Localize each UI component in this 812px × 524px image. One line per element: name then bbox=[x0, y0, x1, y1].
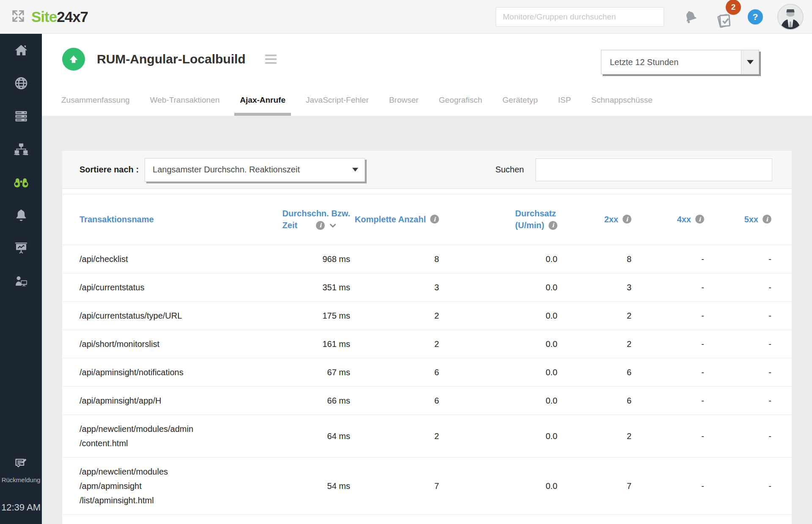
globe-icon bbox=[14, 76, 29, 93]
notification-badge: 2 bbox=[726, 0, 741, 15]
cell-4xx: - bbox=[631, 396, 704, 406]
table-search-label: Suchen bbox=[495, 165, 524, 175]
column-label: Durchschn. Bzw. bbox=[283, 209, 350, 218]
column-transaction-name[interactable]: Transaktionsname bbox=[80, 215, 278, 224]
cell-throughput: 0.0 bbox=[439, 481, 557, 491]
search-input[interactable] bbox=[496, 7, 664, 27]
cell-transaction-name[interactable]: /api/short/monitorslist bbox=[80, 337, 278, 351]
status-up-icon bbox=[62, 48, 85, 71]
top-bar: Site24x7 2 ? bbox=[0, 0, 812, 34]
sidebar-item-alarms[interactable] bbox=[0, 199, 42, 232]
table-row[interactable]: /api/apminsight/app/H 66 ms 6 0.0 6 - - bbox=[62, 387, 792, 415]
sidebar-item-servers[interactable] bbox=[0, 101, 42, 134]
bell-icon bbox=[14, 207, 29, 224]
user-monitor-icon bbox=[14, 273, 29, 290]
cell-5xx: - bbox=[704, 339, 771, 349]
avatar[interactable] bbox=[777, 4, 804, 30]
binoculars-icon bbox=[13, 174, 30, 192]
ajax-calls-panel: Sortiere nach : Langsamster Durchschn. R… bbox=[62, 151, 792, 524]
cell-avg-response-time: 54 ms bbox=[278, 481, 350, 491]
notifications-bell-icon[interactable] bbox=[683, 9, 699, 25]
presentation-chart-icon bbox=[14, 240, 29, 257]
table-row[interactable]: /app/newclient/modules/admin /content.ht… bbox=[62, 415, 792, 458]
column-5xx[interactable]: 5xx i bbox=[704, 215, 771, 224]
cell-throughput: 0.0 bbox=[439, 431, 557, 441]
tab-ajax-anrufe[interactable]: Ajax-Anrufe bbox=[239, 85, 286, 116]
tab-schnappsch-sse[interactable]: Schnappschüsse bbox=[590, 85, 653, 116]
table-row[interactable]: /api/checklist 968 ms 8 0.0 8 - - bbox=[62, 245, 792, 273]
tab-zusammenfassung[interactable]: Zusammenfassung bbox=[60, 85, 131, 116]
table-row[interactable]: /app/newclient/modules bbox=[62, 515, 792, 524]
tab-isp[interactable]: ISP bbox=[557, 85, 572, 116]
time-range-caret-button[interactable] bbox=[741, 50, 759, 74]
site24x7-logo[interactable]: Site24x7 bbox=[11, 8, 88, 25]
sidebar-item-home[interactable] bbox=[0, 35, 42, 68]
sidebar-item-network[interactable] bbox=[0, 134, 42, 166]
table-row[interactable]: /api/currentstatus 351 ms 3 0.0 3 - - bbox=[62, 273, 792, 302]
info-icon[interactable]: i bbox=[763, 215, 771, 224]
column-avg-response-time[interactable]: Durchschn. Bzw. Zeit i bbox=[278, 208, 350, 231]
sidebar: Rückmeldung 12:39 AM bbox=[0, 34, 42, 524]
time-range-select[interactable]: Letzte 12 Stunden bbox=[601, 50, 759, 74]
info-icon[interactable]: i bbox=[623, 215, 631, 224]
table-row[interactable]: /api/currentstatus/type/URL 175 ms 2 0.0… bbox=[62, 302, 792, 330]
tab-javascript-fehler[interactable]: JavaScript-Fehler bbox=[305, 85, 370, 116]
tab-ger-tetyp[interactable]: Gerätetyp bbox=[502, 85, 538, 116]
cell-2xx: 3 bbox=[557, 283, 631, 292]
table-search-input[interactable] bbox=[535, 158, 772, 181]
column-throughput[interactable]: Durchsatz (U/min) i bbox=[439, 208, 557, 231]
table-row[interactable]: /app/newclient/modules /apm/apminsight /… bbox=[62, 458, 792, 515]
cell-total-count: 2 bbox=[350, 431, 439, 441]
cell-transaction-name[interactable]: /api/currentstatus bbox=[80, 280, 278, 295]
tab-label: Schnappschüsse bbox=[591, 96, 653, 105]
tasks-icon[interactable]: 2 bbox=[715, 11, 733, 29]
cell-avg-response-time: 175 ms bbox=[278, 311, 350, 321]
cell-transaction-name[interactable]: /api/currentstatus/type/URL bbox=[80, 308, 278, 323]
table-row[interactable]: /api/short/monitorslist 161 ms 2 0.0 2 -… bbox=[62, 330, 792, 358]
monitor-menu-icon[interactable] bbox=[265, 55, 277, 64]
column-label: 5xx bbox=[744, 215, 758, 224]
cell-total-count: 6 bbox=[350, 368, 439, 377]
cell-transaction-name[interactable]: /app/newclient/modules/admin /content.ht… bbox=[80, 422, 278, 450]
column-label: Komplette Anzahl bbox=[355, 215, 426, 224]
sort-by-select[interactable]: Langsamster Durchschn. Reaktionszeit bbox=[145, 158, 365, 182]
info-icon[interactable]: i bbox=[430, 215, 439, 224]
cell-avg-response-time: 64 ms bbox=[278, 431, 350, 441]
home-icon bbox=[14, 43, 29, 60]
column-total-count[interactable]: Komplette Anzahl i bbox=[350, 215, 439, 224]
column-2xx[interactable]: 2xx i bbox=[557, 215, 631, 224]
sort-descending-icon[interactable] bbox=[328, 221, 337, 230]
cell-transaction-name[interactable]: /api/apminsight/notifications bbox=[80, 365, 278, 379]
info-icon[interactable]: i bbox=[549, 221, 557, 230]
cell-total-count: 3 bbox=[350, 283, 439, 292]
sidebar-item-reports[interactable] bbox=[0, 232, 42, 265]
main-content: RUM-Angular-Localbuild Letzte 12 Stunden… bbox=[42, 34, 812, 524]
tab-web-transaktionen[interactable]: Web-Transaktionen bbox=[149, 85, 221, 116]
info-icon[interactable]: i bbox=[316, 221, 325, 230]
cell-avg-response-time: 66 ms bbox=[278, 396, 350, 406]
cell-transaction-name[interactable]: /app/newclient/modules bbox=[80, 521, 278, 524]
feedback-button[interactable]: Rückmeldung bbox=[2, 456, 41, 483]
sidebar-item-websites[interactable] bbox=[0, 68, 42, 101]
column-4xx[interactable]: 4xx i bbox=[631, 215, 704, 224]
tab-browser[interactable]: Browser bbox=[388, 85, 420, 116]
cell-total-count: 2 bbox=[350, 311, 439, 321]
cell-4xx: - bbox=[631, 431, 704, 441]
cell-throughput: 0.0 bbox=[439, 368, 557, 377]
tab-geografisch[interactable]: Geografisch bbox=[438, 85, 483, 116]
cell-4xx: - bbox=[631, 481, 704, 491]
table-row[interactable]: /api/apminsight/notifications 67 ms 6 0.… bbox=[62, 358, 792, 387]
network-icon bbox=[14, 142, 29, 158]
cell-throughput: 0.0 bbox=[439, 254, 557, 264]
sidebar-item-user-session[interactable] bbox=[0, 265, 42, 298]
expand-arrows-icon bbox=[11, 8, 26, 25]
help-icon[interactable]: ? bbox=[748, 9, 763, 25]
info-icon[interactable]: i bbox=[695, 215, 704, 224]
sidebar-item-rum[interactable] bbox=[0, 166, 42, 199]
cell-transaction-name[interactable]: /api/checklist bbox=[80, 252, 278, 266]
cell-transaction-name[interactable]: /app/newclient/modules /apm/apminsight /… bbox=[80, 464, 278, 508]
title-row: RUM-Angular-Localbuild Letzte 12 Stunden bbox=[42, 34, 812, 85]
cell-transaction-name[interactable]: /api/apminsight/app/H bbox=[80, 393, 278, 408]
column-label: 2xx bbox=[604, 215, 618, 224]
cell-2xx: 2 bbox=[557, 311, 631, 321]
